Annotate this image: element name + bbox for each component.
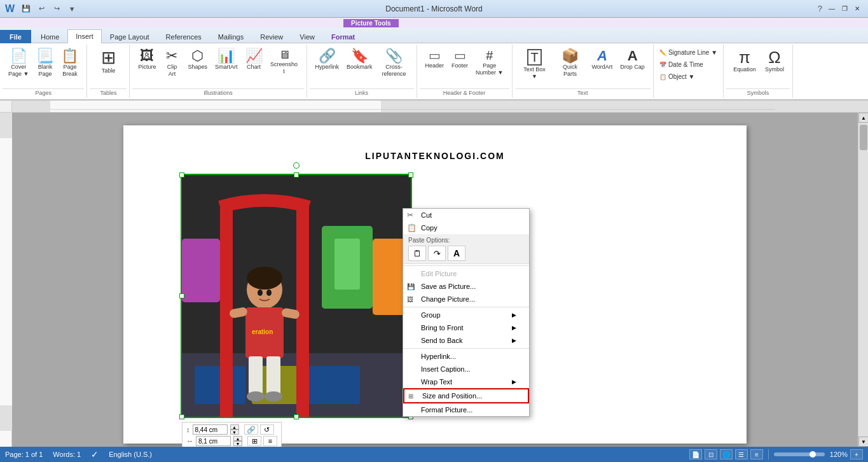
customize-qat-btn[interactable]: ▼ [65, 3, 78, 15]
ctx-size-and-position[interactable]: ⊞ Size and Position... [403, 388, 529, 403]
spell-check-icon[interactable]: ✓ [91, 449, 99, 459]
ctx-group[interactable]: Group ▶ [403, 309, 529, 321]
ctx-save-as-picture[interactable]: 💾 Save as Picture... [403, 280, 529, 293]
handle-middle-left[interactable] [179, 293, 184, 298]
ctx-insert-caption[interactable]: Insert Caption... [403, 363, 529, 375]
handle-top-left[interactable] [179, 172, 184, 178]
scroll-down-btn[interactable]: ▼ [858, 437, 868, 447]
maximize-btn[interactable]: ❐ [839, 4, 850, 14]
tab-review[interactable]: Review [252, 30, 291, 43]
width-input[interactable]: 8,1 cm [196, 436, 231, 446]
ctx-wrap-text-arrow: ▶ [499, 379, 516, 385]
tab-view[interactable]: View [291, 30, 323, 43]
tab-file[interactable]: File [0, 30, 31, 43]
wordart-btn[interactable]: A WordArt [589, 47, 616, 73]
window-title: Document1 - Microsoft Word [385, 4, 483, 13]
paste-opt-2[interactable]: ↷ [428, 246, 446, 261]
header-btn[interactable]: ▭ Header [422, 47, 448, 71]
handle-bottom-left[interactable] [179, 414, 184, 419]
svg-rect-11 [309, 366, 360, 404]
ctx-wrap-text[interactable]: Wrap Text ▶ [403, 375, 529, 388]
ctx-bring-to-front[interactable]: Bring to Front ▶ [403, 321, 529, 334]
equation-btn[interactable]: π Equation [729, 47, 761, 75]
reset-size-btn[interactable]: ↺ [260, 424, 274, 435]
outline-btn[interactable]: ☰ [735, 449, 748, 459]
web-layout-btn[interactable]: 🌐 [720, 449, 733, 459]
text-box-btn[interactable]: T Text Box ▼ [518, 47, 552, 82]
footer-btn[interactable]: ▭ Footer [448, 47, 471, 71]
ctx-hyperlink[interactable]: Hyperlink... [403, 350, 529, 363]
tab-references[interactable]: References [158, 30, 210, 43]
ctx-copy[interactable]: 📋 Copy [403, 221, 529, 234]
object-btn[interactable]: 📋 Object ▼ [656, 71, 720, 82]
page-break-btn[interactable]: 📋 PageBreak [58, 47, 81, 80]
help-btn[interactable]: ? [818, 4, 822, 13]
status-bar: Page: 1 of 1 Words: 1 ✓ English (U.S.) 📄… [0, 447, 868, 462]
tab-page-layout[interactable]: Page Layout [102, 30, 158, 43]
minimize-btn[interactable]: — [826, 4, 837, 14]
zoom-slider[interactable] [774, 452, 825, 456]
tab-format[interactable]: Format [323, 30, 363, 43]
print-layout-btn[interactable]: 📄 [689, 449, 702, 459]
crop-btn[interactable]: ⊞ [247, 436, 261, 446]
date-time-btn[interactable]: 📅 Date & Time [656, 59, 720, 70]
bookmark-btn[interactable]: 🔖 Bookmark [343, 47, 376, 73]
ctx-cut[interactable]: ✂ Cut [403, 209, 529, 221]
drop-cap-btn[interactable]: A Drop Cap [617, 47, 648, 73]
tab-mailings[interactable]: Mailings [210, 30, 252, 43]
zoom-thumb[interactable] [809, 451, 816, 458]
scroll-up-btn[interactable]: ▲ [858, 113, 868, 123]
table-btn[interactable]: ⊞ Table [92, 47, 124, 76]
zoom-btn[interactable]: + [850, 449, 863, 459]
width-up-btn[interactable]: ▲ [233, 436, 242, 441]
draft-btn[interactable]: ≡ [750, 449, 763, 459]
ctx-edit-picture[interactable]: Edit Picture [403, 267, 529, 280]
paste-opt-1[interactable]: 🗒 [408, 246, 426, 261]
hyperlink-icon: 🔗 [319, 49, 336, 63]
clip-art-btn[interactable]: ✂ ClipArt [160, 47, 183, 80]
selected-image-container[interactable]: eration [181, 174, 412, 418]
wrap-btn[interactable]: ≡ [263, 436, 277, 446]
cross-reference-btn[interactable]: 📎 Cross-reference [377, 47, 411, 80]
smartart-btn[interactable]: 📊 SmartArt [212, 47, 241, 73]
cover-page-btn[interactable]: 📄 CoverPage ▼ [5, 47, 32, 80]
picture-btn[interactable]: 🖼 Picture [135, 47, 159, 73]
rotate-handle[interactable] [293, 162, 300, 169]
tab-insert[interactable]: Insert [67, 29, 102, 43]
full-screen-btn[interactable]: ⊡ [705, 449, 717, 459]
save-qat-btn[interactable]: 💾 [20, 3, 32, 15]
paste-opt-3[interactable]: A [448, 246, 465, 261]
handle-bottom-center[interactable] [294, 414, 299, 419]
ctx-change-picture[interactable]: 🖼 Change Picture... [403, 293, 529, 305]
tab-home[interactable]: Home [32, 30, 67, 43]
chart-btn[interactable]: 📈 Chart [242, 47, 266, 73]
blank-page-btn[interactable]: 📃 BlankPage [33, 47, 57, 80]
height-up-btn[interactable]: ▲ [230, 424, 239, 430]
header-footer-buttons: ▭ Header ▭ Footer # PageNumber ▼ [420, 46, 509, 88]
signature-line-btn[interactable]: ✏️ Signature Line ▼ [656, 47, 720, 58]
document-image[interactable]: eration [182, 175, 411, 417]
screenshot-btn[interactable]: 🖥 Screenshot [267, 47, 301, 77]
ctx-format-picture[interactable]: Format Picture... [403, 403, 529, 416]
horizontal-ruler [12, 101, 868, 113]
height-input[interactable]: 8,44 cm [193, 424, 228, 435]
wordart-icon: A [597, 49, 607, 63]
lock-aspect-btn[interactable]: 🔗 [244, 424, 258, 435]
redo-qat-btn[interactable]: ↪ [50, 3, 63, 15]
document-area[interactable]: LIPUTANTEKNOLOGI.COM [12, 113, 858, 447]
hyperlink-btn[interactable]: 🔗 Hyperlink [312, 47, 343, 73]
ctx-send-to-back[interactable]: Send to Back ▶ [403, 334, 529, 347]
symbol-btn[interactable]: Ω Symbol [762, 47, 787, 75]
undo-qat-btn[interactable]: ↩ [35, 3, 48, 15]
height-down-btn[interactable]: ▼ [230, 430, 239, 435]
handle-top-center[interactable] [294, 172, 299, 178]
symbols-group-label: Symbols [726, 88, 790, 97]
quick-parts-btn[interactable]: 📦 Quick Parts [553, 47, 588, 80]
scroll-thumb[interactable] [860, 125, 867, 150]
shapes-btn[interactable]: ⬡ Shapes [184, 47, 210, 73]
page-number-btn[interactable]: # PageNumber ▼ [472, 47, 506, 78]
handle-top-right[interactable] [408, 172, 413, 178]
width-down-btn[interactable]: ▼ [233, 441, 242, 446]
vertical-scrollbar[interactable]: ▲ ▼ [858, 113, 868, 447]
close-btn[interactable]: ✕ [851, 4, 863, 14]
